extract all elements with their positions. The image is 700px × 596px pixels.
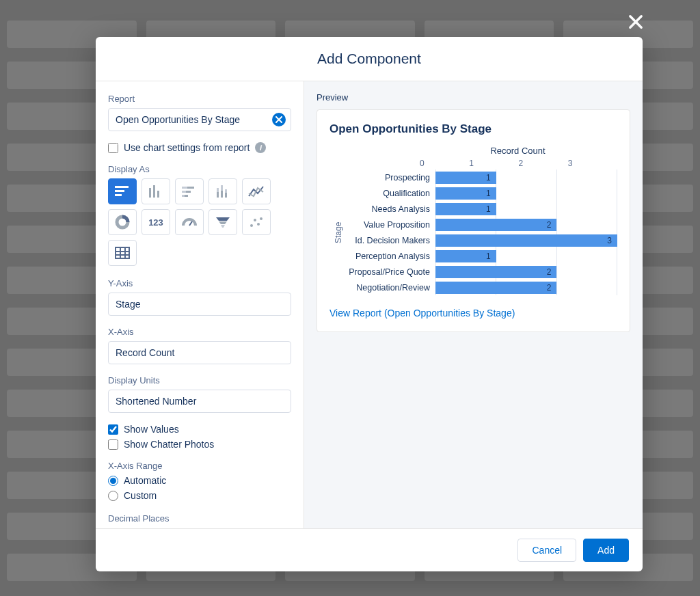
svg-rect-5 <box>115 190 124 192</box>
svg-rect-18 <box>221 185 223 191</box>
range-custom-radio[interactable] <box>108 491 118 501</box>
bar: 1 <box>435 187 496 200</box>
info-icon[interactable]: i <box>255 142 266 153</box>
preview-title: Open Opportunities By Stage <box>329 122 617 136</box>
range-auto-radio[interactable] <box>108 476 118 486</box>
clear-report-icon[interactable] <box>272 113 286 126</box>
chart-type-hbar[interactable] <box>108 178 137 204</box>
bar: 1 <box>435 172 496 184</box>
show-chatter-checkbox[interactable] <box>108 439 118 450</box>
decimal-places-label: Decimal Places <box>108 513 291 524</box>
modal-title: Add Component <box>96 37 643 81</box>
svg-rect-12 <box>182 191 186 193</box>
bar-label: Needs Analysis <box>343 204 435 214</box>
svg-rect-31 <box>116 247 129 258</box>
svg-point-28 <box>254 219 256 221</box>
bar-row: Negotiation/Review2 <box>343 280 617 295</box>
svg-marker-25 <box>219 221 227 224</box>
display-units-select[interactable]: Shortened Number <box>108 390 291 413</box>
chart-type-metric[interactable]: 123 <box>142 209 170 235</box>
show-values-label: Show Values <box>124 424 179 435</box>
chart-type-funnel[interactable] <box>208 209 237 235</box>
svg-point-30 <box>260 217 262 220</box>
xaxis-label: X-Axis <box>108 327 291 337</box>
bar-label: Prospecting <box>343 173 435 182</box>
modal-footer: Cancel Add <box>96 528 643 571</box>
yaxis-label: Y-Axis <box>108 278 291 288</box>
bar: 1 <box>435 250 496 262</box>
svg-line-23 <box>189 221 192 226</box>
chart-type-stacked-vbar[interactable] <box>208 178 237 204</box>
chart-type-gauge[interactable] <box>175 209 204 235</box>
bar-label: Proposal/Price Quote <box>343 267 435 277</box>
xaxis-range-label: X-Axis Range <box>108 461 291 471</box>
bar-label: Perception Analysis <box>343 252 435 261</box>
preview-card: Open Opportunities By Stage Record Count… <box>317 109 630 332</box>
chart-type-vbar[interactable] <box>142 178 170 204</box>
xaxis-select[interactable]: Record Count <box>108 341 291 364</box>
display-units-label: Display Units <box>108 375 291 385</box>
svg-rect-7 <box>149 188 151 198</box>
bar: 2 <box>435 266 556 278</box>
svg-rect-10 <box>182 187 187 189</box>
show-chatter-label: Show Chatter Photos <box>124 439 214 450</box>
show-values-checkbox[interactable] <box>108 424 118 435</box>
chart-y-title: Stage <box>329 170 343 295</box>
display-as-grid: 123 <box>108 178 291 266</box>
bar: 2 <box>435 282 556 294</box>
svg-point-29 <box>257 223 260 226</box>
range-auto-label: Automatic <box>124 475 166 486</box>
metric-icon-label: 123 <box>148 217 163 228</box>
yaxis-select[interactable]: Stage <box>108 293 291 316</box>
display-as-label: Display As <box>108 164 291 174</box>
range-custom-label: Custom <box>124 490 157 501</box>
svg-point-27 <box>250 224 253 227</box>
svg-rect-17 <box>217 192 219 198</box>
bar: 2 <box>435 219 556 231</box>
svg-rect-20 <box>225 189 227 193</box>
bar-label: Value Proposition <box>343 220 435 230</box>
svg-rect-9 <box>157 191 159 198</box>
bar: 3 <box>435 234 617 247</box>
report-label: Report <box>108 94 291 104</box>
preview-panel: Preview Open Opportunities By Stage Reco… <box>304 81 643 528</box>
chart-type-stacked-hbar[interactable] <box>175 178 204 204</box>
chart-bars: Prospecting1Qualification1Needs Analysis… <box>343 170 617 295</box>
svg-rect-15 <box>185 195 188 197</box>
svg-rect-8 <box>153 185 155 198</box>
view-report-link[interactable]: View Report (Open Opportunities By Stage… <box>329 308 515 319</box>
bar-row: Perception Analysis1 <box>343 248 617 264</box>
add-button[interactable]: Add <box>583 539 629 562</box>
chart-type-donut[interactable] <box>108 209 137 235</box>
chart-x-title: Record Count <box>329 146 617 156</box>
config-panel: Report Open Opportunities By Stage Use c… <box>96 81 304 528</box>
bar-label: Qualification <box>343 189 435 198</box>
chart-type-line[interactable] <box>242 178 271 204</box>
svg-rect-4 <box>115 186 129 188</box>
bar-label: Id. Decision Makers <box>343 236 435 245</box>
svg-rect-21 <box>225 193 227 198</box>
bar-label: Negotiation/Review <box>343 283 435 293</box>
chart-ticks: 0123 <box>329 159 617 168</box>
svg-rect-13 <box>186 191 191 193</box>
bar-row: Value Proposition2 <box>343 217 617 232</box>
bar-row: Proposal/Price Quote2 <box>343 264 617 280</box>
svg-marker-24 <box>216 217 230 221</box>
use-chart-settings-label: Use chart settings from report <box>124 142 250 153</box>
report-input[interactable]: Open Opportunities By Stage <box>108 108 291 131</box>
bar-row: Prospecting1 <box>343 170 617 185</box>
chart-type-scatter[interactable] <box>242 209 271 235</box>
svg-rect-14 <box>182 195 185 197</box>
preview-label: Preview <box>317 92 630 103</box>
chart-type-table[interactable] <box>108 240 137 266</box>
svg-marker-26 <box>221 225 225 228</box>
svg-rect-6 <box>115 194 122 196</box>
svg-rect-11 <box>187 187 194 189</box>
close-icon[interactable] <box>626 12 645 31</box>
bar: 1 <box>435 203 496 215</box>
add-component-modal: Add Component Report Open Opportunities … <box>96 37 643 571</box>
use-chart-settings-checkbox[interactable] <box>108 143 118 153</box>
bar-row: Id. Decision Makers3 <box>343 232 617 248</box>
svg-rect-16 <box>217 188 219 192</box>
cancel-button[interactable]: Cancel <box>517 539 576 562</box>
